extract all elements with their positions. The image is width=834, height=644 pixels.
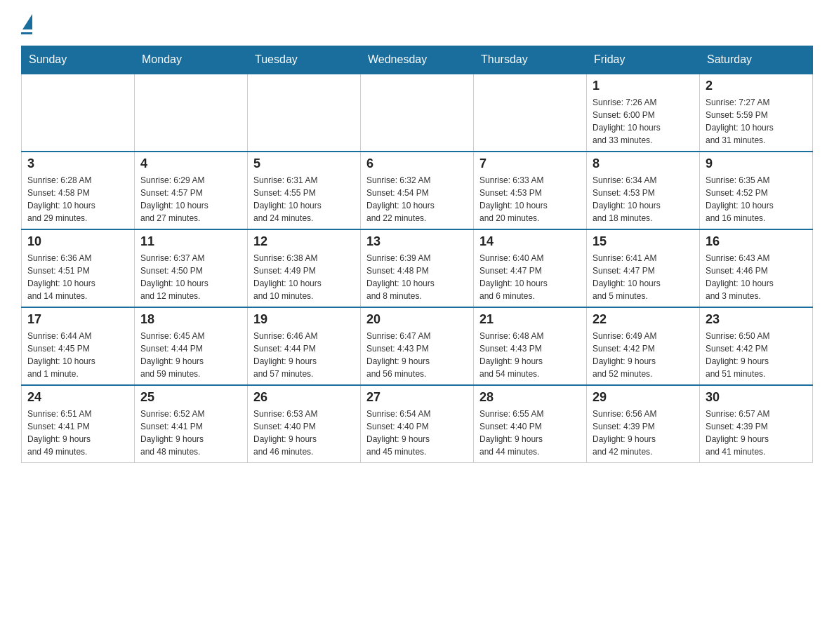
day-info: Sunrise: 6:46 AM Sunset: 4:44 PM Dayligh… [253,330,355,380]
day-number: 22 [593,312,694,327]
day-info: Sunrise: 6:49 AM Sunset: 4:42 PM Dayligh… [593,330,694,380]
day-info: Sunrise: 6:31 AM Sunset: 4:55 PM Dayligh… [253,174,355,224]
day-number: 29 [593,390,694,405]
day-number: 21 [479,312,581,327]
calendar-day-cell [248,74,361,152]
day-info: Sunrise: 6:48 AM Sunset: 4:43 PM Dayligh… [479,330,581,380]
calendar-week-row: 3Sunrise: 6:28 AM Sunset: 4:58 PM Daylig… [22,152,813,229]
logo [21,14,32,34]
calendar-day-cell: 30Sunrise: 6:57 AM Sunset: 4:39 PM Dayli… [700,385,813,463]
weekday-header-cell: Thursday [474,46,587,74]
calendar-day-cell [474,74,587,152]
day-number: 16 [706,234,807,249]
calendar-day-cell: 2Sunrise: 7:27 AM Sunset: 5:59 PM Daylig… [700,74,813,152]
day-info: Sunrise: 6:33 AM Sunset: 4:53 PM Dayligh… [479,174,581,224]
calendar-day-cell: 21Sunrise: 6:48 AM Sunset: 4:43 PM Dayli… [474,307,587,385]
day-number: 5 [253,156,355,171]
day-info: Sunrise: 6:45 AM Sunset: 4:44 PM Dayligh… [140,330,241,380]
day-number: 13 [366,234,468,249]
day-number: 9 [706,156,807,171]
day-number: 11 [140,234,241,249]
day-number: 12 [253,234,355,249]
day-info: Sunrise: 6:39 AM Sunset: 4:48 PM Dayligh… [366,252,468,302]
calendar-day-cell: 6Sunrise: 6:32 AM Sunset: 4:54 PM Daylig… [361,152,474,229]
calendar-day-cell: 5Sunrise: 6:31 AM Sunset: 4:55 PM Daylig… [248,152,361,229]
calendar-day-cell: 14Sunrise: 6:40 AM Sunset: 4:47 PM Dayli… [474,229,587,307]
day-number: 3 [27,156,128,171]
day-info: Sunrise: 6:41 AM Sunset: 4:47 PM Dayligh… [593,252,694,302]
calendar-day-cell: 26Sunrise: 6:53 AM Sunset: 4:40 PM Dayli… [248,385,361,463]
day-info: Sunrise: 6:29 AM Sunset: 4:57 PM Dayligh… [140,174,241,224]
day-number: 20 [366,312,468,327]
calendar-day-cell: 23Sunrise: 6:50 AM Sunset: 4:42 PM Dayli… [700,307,813,385]
day-info: Sunrise: 6:37 AM Sunset: 4:50 PM Dayligh… [140,252,241,302]
day-number: 8 [593,156,694,171]
day-number: 1 [593,79,694,93]
day-info: Sunrise: 6:40 AM Sunset: 4:47 PM Dayligh… [479,252,581,302]
day-number: 10 [27,234,128,249]
day-number: 30 [706,390,807,405]
day-info: Sunrise: 6:34 AM Sunset: 4:53 PM Dayligh… [593,174,694,224]
day-info: Sunrise: 6:51 AM Sunset: 4:41 PM Dayligh… [27,408,128,458]
weekday-header-cell: Wednesday [361,46,474,74]
calendar-day-cell: 9Sunrise: 6:35 AM Sunset: 4:52 PM Daylig… [700,152,813,229]
calendar-day-cell [361,74,474,152]
day-number: 14 [479,234,581,249]
calendar-week-row: 17Sunrise: 6:44 AM Sunset: 4:45 PM Dayli… [22,307,813,385]
page-header [21,14,813,34]
day-info: Sunrise: 6:52 AM Sunset: 4:41 PM Dayligh… [140,408,241,458]
calendar-week-row: 10Sunrise: 6:36 AM Sunset: 4:51 PM Dayli… [22,229,813,307]
weekday-header-cell: Sunday [22,46,135,74]
day-info: Sunrise: 7:27 AM Sunset: 5:59 PM Dayligh… [706,96,807,147]
calendar-day-cell: 3Sunrise: 6:28 AM Sunset: 4:58 PM Daylig… [22,152,135,229]
calendar-week-row: 24Sunrise: 6:51 AM Sunset: 4:41 PM Dayli… [22,385,813,463]
calendar-day-cell: 15Sunrise: 6:41 AM Sunset: 4:47 PM Dayli… [587,229,700,307]
day-info: Sunrise: 6:38 AM Sunset: 4:49 PM Dayligh… [253,252,355,302]
calendar-day-cell: 25Sunrise: 6:52 AM Sunset: 4:41 PM Dayli… [135,385,248,463]
calendar-day-cell: 29Sunrise: 6:56 AM Sunset: 4:39 PM Dayli… [587,385,700,463]
day-info: Sunrise: 6:54 AM Sunset: 4:40 PM Dayligh… [366,408,468,458]
day-info: Sunrise: 6:28 AM Sunset: 4:58 PM Dayligh… [27,174,128,224]
day-number: 25 [140,390,241,405]
day-number: 23 [706,312,807,327]
calendar-day-cell: 1Sunrise: 7:26 AM Sunset: 6:00 PM Daylig… [587,74,700,152]
calendar-day-cell: 13Sunrise: 6:39 AM Sunset: 4:48 PM Dayli… [361,229,474,307]
logo-triangle-icon [22,14,32,29]
day-info: Sunrise: 6:53 AM Sunset: 4:40 PM Dayligh… [253,408,355,458]
calendar-day-cell: 11Sunrise: 6:37 AM Sunset: 4:50 PM Dayli… [135,229,248,307]
day-info: Sunrise: 6:56 AM Sunset: 4:39 PM Dayligh… [593,408,694,458]
day-number: 17 [27,312,128,327]
calendar-day-cell: 19Sunrise: 6:46 AM Sunset: 4:44 PM Dayli… [248,307,361,385]
logo-underline [21,32,32,34]
day-info: Sunrise: 6:36 AM Sunset: 4:51 PM Dayligh… [27,252,128,302]
weekday-header-cell: Tuesday [248,46,361,74]
weekday-header-row: SundayMondayTuesdayWednesdayThursdayFrid… [22,46,813,74]
day-number: 6 [366,156,468,171]
calendar-day-cell: 4Sunrise: 6:29 AM Sunset: 4:57 PM Daylig… [135,152,248,229]
calendar-day-cell: 16Sunrise: 6:43 AM Sunset: 4:46 PM Dayli… [700,229,813,307]
day-number: 28 [479,390,581,405]
calendar-day-cell: 28Sunrise: 6:55 AM Sunset: 4:40 PM Dayli… [474,385,587,463]
day-number: 7 [479,156,581,171]
calendar-day-cell: 27Sunrise: 6:54 AM Sunset: 4:40 PM Dayli… [361,385,474,463]
day-info: Sunrise: 6:50 AM Sunset: 4:42 PM Dayligh… [706,330,807,380]
day-info: Sunrise: 7:26 AM Sunset: 6:00 PM Dayligh… [593,96,694,147]
calendar-table: SundayMondayTuesdayWednesdayThursdayFrid… [21,46,813,463]
calendar-day-cell: 8Sunrise: 6:34 AM Sunset: 4:53 PM Daylig… [587,152,700,229]
calendar-day-cell [22,74,135,152]
day-number: 4 [140,156,241,171]
calendar-day-cell: 17Sunrise: 6:44 AM Sunset: 4:45 PM Dayli… [22,307,135,385]
calendar-day-cell: 24Sunrise: 6:51 AM Sunset: 4:41 PM Dayli… [22,385,135,463]
day-number: 18 [140,312,241,327]
calendar-day-cell: 10Sunrise: 6:36 AM Sunset: 4:51 PM Dayli… [22,229,135,307]
calendar-body: 1Sunrise: 7:26 AM Sunset: 6:00 PM Daylig… [22,74,813,463]
calendar-day-cell: 18Sunrise: 6:45 AM Sunset: 4:44 PM Dayli… [135,307,248,385]
day-number: 15 [593,234,694,249]
day-info: Sunrise: 6:44 AM Sunset: 4:45 PM Dayligh… [27,330,128,380]
day-info: Sunrise: 6:55 AM Sunset: 4:40 PM Dayligh… [479,408,581,458]
calendar-day-cell: 12Sunrise: 6:38 AM Sunset: 4:49 PM Dayli… [248,229,361,307]
day-number: 19 [253,312,355,327]
day-number: 27 [366,390,468,405]
day-number: 24 [27,390,128,405]
day-info: Sunrise: 6:57 AM Sunset: 4:39 PM Dayligh… [706,408,807,458]
